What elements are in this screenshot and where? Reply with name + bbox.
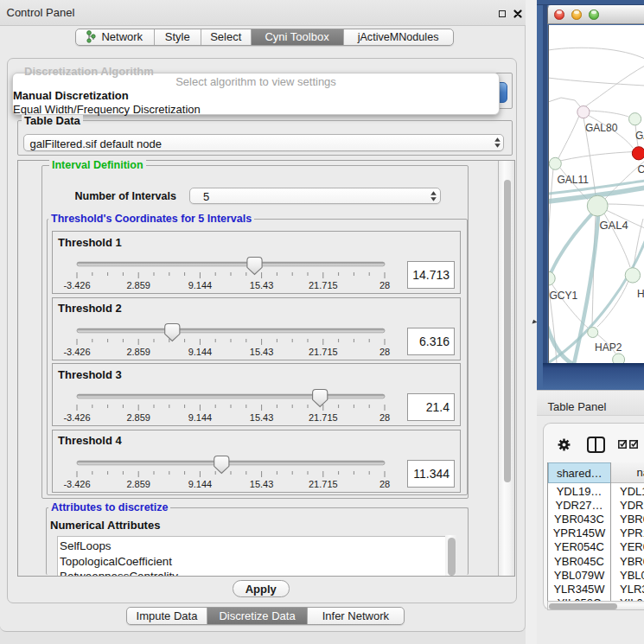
svg-text:GAL11: GAL11: [557, 173, 589, 185]
svg-text:HAP2: HAP2: [595, 341, 622, 354]
svg-text:GAL: GAL: [635, 129, 644, 141]
svg-text:GAL4: GAL4: [599, 218, 628, 231]
svg-text:GCY1: GCY1: [549, 289, 577, 301]
svg-text:H: H: [637, 287, 644, 299]
svg-text:C: C: [637, 163, 644, 175]
svg-text:GAL80: GAL80: [585, 121, 618, 133]
